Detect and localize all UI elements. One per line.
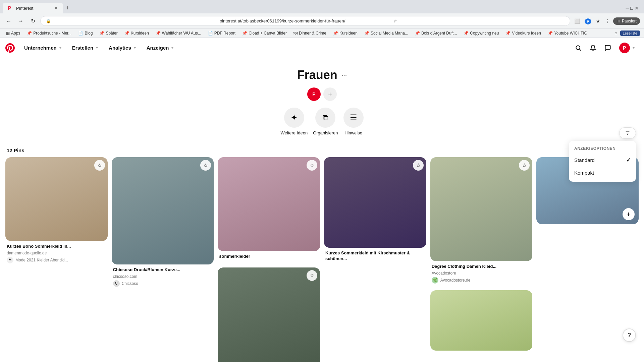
pinterest-logo[interactable]	[5, 43, 15, 53]
pin-title-5: Kurzes Sommerkleid mit Kirschmuster & sc…	[325, 250, 425, 262]
svg-point-0	[576, 46, 580, 50]
pin-info-5: Kurzes Sommerkleid mit Kirschmuster & sc…	[324, 248, 426, 266]
back-button[interactable]: ←	[4, 16, 13, 26]
minimize-button[interactable]: ─	[626, 5, 629, 11]
close-tab-button[interactable]: ✕	[54, 6, 58, 10]
pin-info-6: Degree Clothing Damen Kleid... Avocadost…	[430, 261, 533, 286]
browser-actions: ⬜ P ★ ⋮ ⏸ Pausiert	[573, 17, 640, 25]
bookmark-wahlfacher[interactable]: 📌 Wahlfächer WU Aus...	[154, 30, 203, 36]
nav-unternehmen[interactable]: Unternehmen	[20, 42, 67, 53]
pin-card-7[interactable]	[430, 290, 533, 351]
messages-button[interactable]	[602, 42, 614, 54]
search-button[interactable]	[572, 42, 584, 54]
organisieren-action[interactable]: ⧉ Organisieren	[313, 108, 338, 135]
bookmarks-bar: ▦ Apps 📌 Produktsuche - Mer... 📄 Blog 📌 …	[0, 28, 644, 38]
pin-save-3[interactable]: ☆	[307, 160, 317, 171]
pin-card-5[interactable]: ☆ Kurzes Sommerkleid mit Kirschmuster & …	[324, 157, 426, 266]
help-button[interactable]: ?	[623, 328, 636, 342]
organisieren-icon: ⧉	[315, 108, 335, 128]
new-tab-button[interactable]: +	[63, 3, 72, 13]
nav-analytics[interactable]: Analytics	[105, 42, 141, 53]
dropdown-kompakt-label: Kompakt	[574, 170, 594, 176]
bookmark-kursideen-2[interactable]: 📌 Kursideen	[331, 30, 360, 36]
bookmark-icon-12: 📌	[464, 31, 469, 36]
pin-save-5[interactable]: ☆	[413, 160, 424, 171]
pins-count: 12 Pins	[0, 147, 644, 153]
board-header: Frauen ··· P + ✦ Weitere Ideen ⧉ Organis…	[0, 58, 644, 147]
pin-card-6[interactable]: ☆ Degree Clothing Damen Kleid... Avocado…	[430, 157, 533, 286]
bookmark-icon: 📌	[27, 31, 32, 36]
bookmark-cload[interactable]: 📌 Cload + Canva Bilder	[240, 30, 289, 36]
bookmark-copywriting[interactable]: 📌 Copywriting neu	[462, 30, 501, 36]
browser-toolbar: ← → ↻ 🔒 pinterest.at/tobiasbecker061199/…	[0, 13, 644, 28]
extensions-button[interactable]: ⬜	[573, 17, 581, 25]
bookmark-icon-14: 📌	[548, 31, 553, 36]
pin-image-5	[324, 157, 426, 248]
bookmark-icon-13: 📌	[505, 31, 511, 36]
bookmark-pdf[interactable]: 📄 PDF Report	[206, 30, 237, 36]
dropdown-item-standard[interactable]: Standard ✓	[569, 154, 636, 167]
bookmark-youtube[interactable]: 📌 Youtube WICHTIG	[546, 30, 589, 36]
bookmark-dinner[interactable]: 🍽 Dinner & Crime	[291, 30, 328, 36]
profile-button-browser[interactable]: P	[583, 17, 593, 25]
bookmark-icon-6: 📄	[208, 31, 213, 36]
pin-author-6: 🌿 Avocadostore.de	[432, 277, 531, 284]
tab-favicon: P	[8, 5, 13, 11]
add-collaborator-button[interactable]: +	[323, 87, 337, 101]
bookmark-bois[interactable]: 📌 Bois d'Argent Duft...	[413, 30, 459, 36]
pin-card[interactable]: ☆ Kurzes Boho Sommerkleid in... damenmod…	[5, 157, 108, 266]
bookmark-spater[interactable]: 📌 Später	[97, 30, 119, 36]
paused-button[interactable]: ⏸ Pausiert	[613, 17, 640, 25]
pin-title-1: Kurzes Boho Sommerkleid in...	[7, 244, 106, 249]
header-actions: P	[572, 41, 639, 55]
pin-source-1: damenmode-quelle.de	[7, 251, 106, 255]
bookmark-kursideen[interactable]: 📌 Kursideen	[122, 30, 151, 36]
pin-image-1	[5, 157, 108, 241]
leseliste-button[interactable]: Leseliste	[620, 31, 640, 36]
forward-button[interactable]: →	[16, 16, 25, 26]
pin-info-1: Kurzes Boho Sommerkleid in... damenmode-…	[5, 241, 108, 266]
profile-button[interactable]: P	[616, 41, 639, 55]
dropdown-item-kompakt[interactable]: Kompakt	[569, 167, 636, 179]
reload-button[interactable]: ↻	[28, 16, 38, 26]
nav-erstellen[interactable]: Erstellen	[68, 42, 103, 53]
pin-title-2: Chicsoso Druck/Blumen Kurze...	[113, 267, 213, 273]
paused-icon: ⏸	[616, 19, 621, 23]
board-menu-button[interactable]: ···	[341, 71, 347, 79]
close-button[interactable]: ✕	[635, 5, 639, 11]
maximize-button[interactable]: □	[631, 5, 633, 11]
nav-anzeigen[interactable]: Anzeigen	[143, 42, 179, 53]
pin-author-1: M Mode 2021 Kleider Abendkl...	[7, 257, 106, 263]
standard-checkmark: ✓	[626, 157, 631, 163]
address-bar[interactable]: 🔒 pinterest.at/tobiasbecker061199/kurze-…	[40, 16, 570, 26]
bookmark-videokurs[interactable]: 📌 Videokurs Ideen	[503, 30, 543, 36]
notifications-button[interactable]	[587, 42, 599, 54]
add-pin-button[interactable]: +	[623, 208, 635, 220]
pin-save-1[interactable]: ☆	[94, 160, 105, 171]
pins-container: ☆ Kurzes Boho Sommerkleid in... damenmod…	[0, 157, 644, 362]
apps-icon: ▦	[6, 31, 10, 36]
bookmark-social[interactable]: 📌 Social Media Mana...	[362, 30, 410, 36]
bookmark-star-button[interactable]: ★	[595, 17, 602, 25]
pin-card-4[interactable]: ☆ Dieser Artikel ist nicht verfügbar | E…	[218, 267, 320, 362]
pin-author-name-2: Chicsoso	[122, 281, 138, 286]
tab-title: Pinterest	[16, 6, 52, 11]
settings-button-browser[interactable]: ⋮	[604, 17, 611, 25]
pin-save-4[interactable]: ☆	[307, 270, 317, 281]
pin-image-6	[430, 157, 533, 261]
svg-line-1	[580, 49, 581, 51]
hinweise-icon: ☰	[343, 108, 364, 128]
pin-card-3[interactable]: ☆ sommerkleider	[218, 157, 320, 263]
bookmark-produktsuche[interactable]: 📌 Produktsuche - Mer...	[25, 30, 73, 36]
pinterest-header: Unternehmen Erstellen Analytics Anzeigen	[0, 38, 644, 58]
organisieren-label: Organisieren	[313, 130, 338, 135]
bookmark-blog[interactable]: 📄 Blog	[76, 30, 95, 36]
weitere-ideen-action[interactable]: ✦ Weitere Ideen	[280, 108, 308, 135]
pin-author-avatar-1: M	[7, 257, 13, 263]
filter-button[interactable]	[619, 127, 636, 139]
board-actions: ✦ Weitere Ideen ⧉ Organisieren ☰ Hinweis…	[7, 108, 637, 135]
browser-tab-pinterest[interactable]: P Pinterest ✕	[3, 3, 63, 13]
bookmark-apps[interactable]: ▦ Apps	[4, 30, 22, 36]
hinweise-action[interactable]: ☰ Hinweise	[343, 108, 364, 135]
pin-card-2[interactable]: ☆ Chicsoso Druck/Blumen Kurze... chicsos…	[112, 157, 214, 290]
